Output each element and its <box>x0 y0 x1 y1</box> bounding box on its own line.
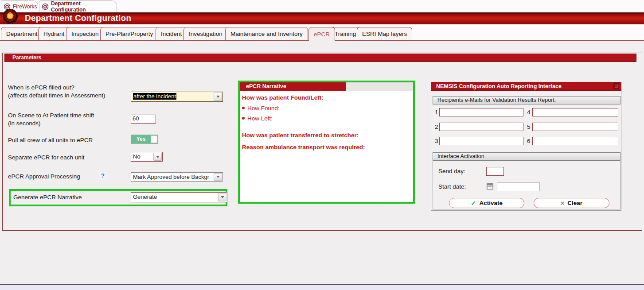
department-configuration-screen: FireWorks Department Configuration Depar… <box>0 0 644 290</box>
email-input-4[interactable] <box>532 108 618 116</box>
clear-button[interactable]: × Clear <box>534 198 609 208</box>
pull-crew-toggle-value: Yes <box>131 135 151 143</box>
clear-button-label: Clear <box>567 200 582 206</box>
narrative-heading-found-left: How was patient Found/Left: <box>242 94 324 101</box>
epcr-narrative-header-strip <box>346 82 413 91</box>
tab-esri-map-layers[interactable]: ESRI Map layers <box>357 27 412 40</box>
app-header: Department Configuration <box>0 12 644 24</box>
nemsis-close-button[interactable] <box>613 83 619 89</box>
tab-hydrant[interactable]: Hydrant <box>38 27 70 40</box>
email-input-1[interactable] <box>439 108 523 116</box>
epcr-narrative-panel-title: ePCR Narrative <box>240 82 346 91</box>
narrative-bullet-how-found-text: How Found: <box>247 105 280 112</box>
when-filled-label-line1: When is ePCR filled out? <box>8 84 74 92</box>
when-filled-dropdown[interactable]: after the incident <box>131 92 223 102</box>
nemsis-panel-title: NEMSIS Configuration Auto Reporting Inte… <box>431 82 621 91</box>
tab-incident[interactable]: Incident <box>156 27 187 40</box>
pull-crew-toggle[interactable]: Yes <box>131 135 158 144</box>
interface-activation-header: Interface Activation <box>433 152 621 161</box>
window-tab-department-configuration[interactable]: Department Configuration <box>39 0 117 12</box>
narrative-bullet-how-left-text: How Left: <box>247 115 273 122</box>
generate-narrative-dropdown-button[interactable] <box>218 193 226 201</box>
email-input-3[interactable] <box>439 137 523 145</box>
tab-department[interactable]: Department <box>1 27 43 40</box>
window-tab-fireworks-label: FireWorks <box>13 4 37 10</box>
close-icon <box>615 85 618 88</box>
window-tab-department-configuration-label: Department Configuration <box>51 0 110 13</box>
narrative-heading-stretcher: How was patient transferred to stretcher… <box>242 132 359 139</box>
tab-epcr[interactable]: ePCR <box>308 27 335 41</box>
x-icon: × <box>561 200 564 207</box>
generate-narrative-label: Generate ePCR Narrative <box>13 193 82 201</box>
module-tab-strip: Department Hydrant Inspection Pre-Plan/P… <box>0 27 644 41</box>
email-slot-4-number: 4 <box>527 109 531 116</box>
narrative-bullet-how-found: How Found: <box>242 105 280 112</box>
email-input-6[interactable] <box>532 137 618 145</box>
chevron-down-icon <box>221 196 224 198</box>
separate-epcr-selected-value: No <box>133 153 141 160</box>
tab-pre-plan-property[interactable]: Pre-Plan/Property <box>100 27 158 40</box>
time-shift-input[interactable]: 60 <box>131 115 156 124</box>
calendar-icon[interactable] <box>487 183 493 189</box>
send-day-label: Send day: <box>438 168 465 174</box>
tab-maintenance-and-inventory[interactable]: Maintenance and Inventory <box>225 27 308 40</box>
when-filled-label-line2: (affects default times in Assessment) <box>8 92 105 100</box>
generate-narrative-selected-value: Generate <box>133 193 157 200</box>
start-date-label: Start date: <box>438 183 466 190</box>
tab-inspection[interactable]: Inspection <box>66 27 104 40</box>
email-slot-5-number: 5 <box>527 124 531 130</box>
window-bottom-strip <box>0 285 644 290</box>
department-configuration-badge-icon <box>42 4 48 10</box>
when-filled-selected-value: after the incident <box>133 93 176 100</box>
email-input-5[interactable] <box>532 123 618 131</box>
fireworks-badge-icon <box>4 4 10 10</box>
email-slot-6-number: 6 <box>527 138 531 144</box>
email-input-2[interactable] <box>439 123 523 131</box>
epcr-narrative-panel: ePCR Narrative How was patient Found/Lef… <box>238 81 415 204</box>
start-date-input[interactable] <box>497 182 539 191</box>
help-question-icon[interactable]: ? <box>99 172 106 179</box>
chevron-down-icon <box>216 96 220 98</box>
chevron-down-icon <box>216 176 220 178</box>
fire-department-logo-icon <box>3 9 17 23</box>
separate-epcr-label: Separate ePCR for each unit <box>8 154 85 162</box>
when-filled-dropdown-button[interactable] <box>214 93 222 101</box>
chevron-down-icon <box>156 156 160 158</box>
tab-investigation[interactable]: Investigation <box>183 27 228 40</box>
approval-processing-dropdown[interactable]: Mark Approved before Backgr <box>131 172 223 182</box>
time-shift-label-line1: On Scene to At Patient time shift <box>8 112 94 120</box>
toggle-knob <box>151 135 157 143</box>
email-slot-1-number: 1 <box>435 109 438 116</box>
parameters-header: Parameters <box>4 54 636 62</box>
bullet-icon <box>242 117 245 120</box>
recipients-section-header: Recipients e-Mails for Validation Result… <box>433 96 621 104</box>
time-shift-label-line2: (in seconds) <box>8 120 41 128</box>
email-slot-3-number: 3 <box>435 138 438 144</box>
email-slot-2-number: 2 <box>435 124 438 130</box>
separate-epcr-dropdown[interactable]: No <box>131 152 163 162</box>
bullet-icon <box>242 107 245 109</box>
nemsis-panel: NEMSIS Configuration Auto Reporting Inte… <box>431 82 621 211</box>
activate-button-label: Activate <box>480 200 503 206</box>
activate-button[interactable]: ✓ Activate <box>449 198 524 208</box>
approval-processing-label: ePCR Approval Processing <box>8 173 80 181</box>
check-icon: ✓ <box>471 199 476 207</box>
page-title: Department Configuration <box>25 13 131 23</box>
approval-processing-dropdown-button[interactable] <box>214 173 222 181</box>
generate-narrative-dropdown[interactable]: Generate <box>131 192 227 202</box>
separate-epcr-dropdown-button[interactable] <box>153 153 162 161</box>
narrative-bullet-how-left: How Left: <box>242 115 273 122</box>
approval-processing-selected-value: Mark Approved before Backgr <box>133 174 209 180</box>
send-day-input[interactable] <box>486 167 504 176</box>
window-tab-strip: FireWorks Department Configuration <box>0 0 644 12</box>
pull-crew-label: Pull all crew of all units to ePCR <box>8 136 93 144</box>
narrative-heading-reason: Reason ambulance transport was required: <box>242 144 365 151</box>
